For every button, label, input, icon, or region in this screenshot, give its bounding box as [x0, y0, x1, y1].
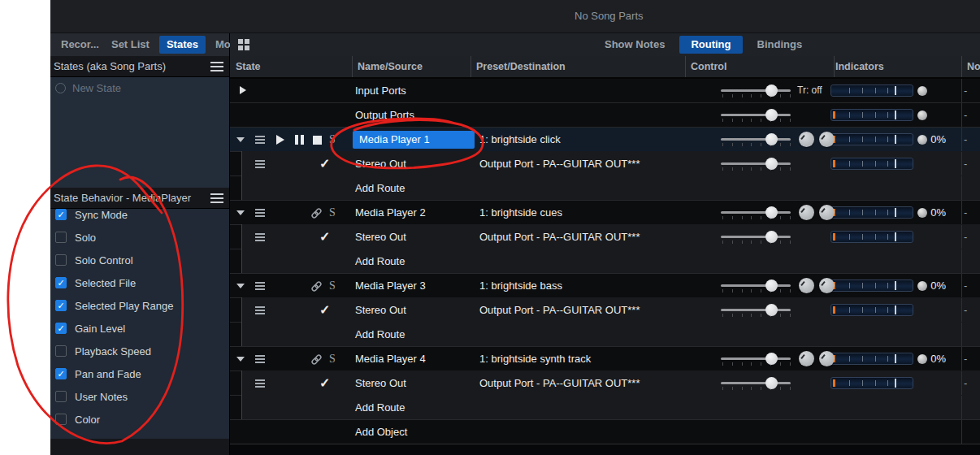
row-name[interactable]: Add Route — [355, 396, 405, 419]
sync-badge-icon[interactable]: S — [329, 201, 336, 224]
radio-icon[interactable] — [55, 83, 66, 93]
route-enabled-check-icon[interactable]: ✓ — [319, 225, 330, 249]
behavior-option-solo-control[interactable]: Solo Control — [55, 252, 133, 268]
link-icon[interactable] — [310, 207, 323, 223]
row-menu-icon[interactable] — [255, 379, 265, 388]
checked-checkbox-icon[interactable]: ✓ — [55, 277, 67, 288]
behavior-option-pan-and-fade[interactable]: ✓Pan and Fade — [55, 366, 141, 382]
level-slider[interactable] — [765, 158, 778, 170]
button-show-notes[interactable]: Show Notes — [602, 36, 667, 54]
sync-badge-icon[interactable]: S — [329, 274, 336, 297]
table-row[interactable]: ✓Stereo OutOutput Port - PA--GUITAR OUT*… — [230, 370, 980, 395]
collapse-arrow-icon[interactable] — [236, 284, 245, 288]
level-slider[interactable] — [765, 84, 778, 97]
tab-recor[interactable]: Recor... — [59, 36, 102, 54]
behavior-option-solo[interactable]: Solo — [55, 229, 96, 245]
collapse-arrow-icon[interactable] — [236, 137, 245, 142]
table-row-media-player[interactable]: SMedia Player 11: brightside click0%- — [230, 127, 980, 151]
tab-setlist[interactable]: Set List — [109, 36, 152, 54]
button-bindings[interactable]: Bindings — [755, 36, 805, 54]
stop-icon[interactable] — [313, 136, 322, 145]
unchecked-checkbox-icon[interactable] — [55, 391, 67, 402]
checked-checkbox-icon[interactable]: ✓ — [55, 300, 67, 311]
route-enabled-check-icon[interactable]: ✓ — [319, 298, 330, 322]
link-icon[interactable] — [310, 353, 323, 369]
level-slider[interactable] — [765, 377, 778, 389]
level-slider[interactable] — [765, 231, 778, 243]
checked-checkbox-icon[interactable]: ✓ — [55, 209, 67, 220]
table-row[interactable]: ✓Stereo OutOutput Port - PA--GUITAR OUT*… — [230, 297, 980, 322]
play-icon[interactable] — [276, 135, 284, 145]
table-row-action[interactable]: Add Route — [230, 249, 980, 273]
route-enabled-check-icon[interactable]: ✓ — [319, 152, 330, 176]
table-row-media-player[interactable]: SMedia Player 41: brightside synth track… — [230, 346, 980, 370]
sidebar: States (aka Song Parts) New State State … — [50, 56, 230, 455]
expand-arrow-icon[interactable] — [240, 86, 246, 94]
row-menu-icon[interactable] — [255, 233, 265, 241]
level-slider[interactable] — [765, 353, 778, 365]
behavior-option-user-notes[interactable]: User Notes — [55, 388, 128, 405]
unchecked-checkbox-icon[interactable] — [55, 254, 67, 266]
pan-knob[interactable] — [799, 278, 814, 293]
panel-menu-icon[interactable] — [210, 193, 223, 203]
table-row[interactable]: ✓Stereo OutOutput Port - PA--GUITAR OUT*… — [230, 224, 980, 249]
selected-name-field[interactable]: Media Player 1 — [353, 131, 475, 149]
row-menu-icon[interactable] — [255, 209, 265, 217]
row-menu-icon[interactable] — [255, 136, 265, 144]
row-name[interactable]: Add Route — [355, 176, 405, 200]
grid-view-icon[interactable] — [238, 39, 250, 50]
behavior-option-color[interactable]: Color — [55, 411, 100, 427]
level-slider[interactable] — [765, 133, 778, 145]
sync-badge-icon[interactable]: S — [329, 128, 336, 151]
tab-states[interactable]: States — [159, 36, 206, 54]
unchecked-checkbox-icon[interactable] — [55, 414, 67, 425]
row-menu-icon[interactable] — [255, 306, 265, 314]
table-row-action[interactable]: Add Route — [230, 322, 980, 346]
behavior-option-sync-mode[interactable]: ✓Sync Mode — [55, 206, 128, 223]
level-slider[interactable] — [765, 206, 778, 219]
table-row[interactable]: Output Ports- — [230, 102, 980, 127]
fade-knob[interactable] — [819, 278, 835, 293]
fade-knob[interactable] — [819, 351, 835, 366]
pause-icon[interactable] — [295, 135, 304, 145]
behavior-option-selected-file[interactable]: ✓Selected File — [55, 275, 136, 291]
row-name[interactable]: Add Route — [355, 249, 405, 273]
row-name[interactable]: Add Object — [355, 420, 407, 444]
checked-checkbox-icon[interactable]: ✓ — [55, 323, 67, 334]
collapse-arrow-icon[interactable] — [236, 210, 245, 215]
pan-knob[interactable] — [799, 205, 814, 220]
checked-checkbox-icon[interactable]: ✓ — [55, 368, 67, 379]
new-state-item[interactable]: New State — [55, 79, 121, 97]
route-enabled-check-icon[interactable]: ✓ — [319, 371, 330, 395]
link-icon[interactable] — [310, 280, 323, 296]
table-row[interactable]: Input PortsTr: off- — [230, 79, 980, 102]
table-row-action[interactable]: Add Object — [230, 419, 980, 444]
fade-knob[interactable] — [819, 205, 835, 220]
panel-menu-icon[interactable] — [210, 62, 223, 72]
table-row-media-player[interactable]: SMedia Player 21: brightside cues0%- — [230, 200, 980, 224]
sync-badge-icon[interactable]: S — [329, 347, 336, 370]
pan-knob[interactable] — [799, 132, 814, 147]
button-routing[interactable]: Routing — [679, 36, 742, 54]
behavior-option-gain-level[interactable]: ✓Gain Level — [55, 320, 125, 336]
meter-tick — [849, 283, 850, 288]
behavior-option-selected-play-range[interactable]: ✓Selected Play Range — [55, 297, 173, 314]
unchecked-checkbox-icon[interactable] — [55, 232, 67, 243]
unchecked-checkbox-icon[interactable] — [55, 345, 67, 357]
meter-tick — [887, 161, 888, 167]
behavior-option-playback-speed[interactable]: Playback Speed — [55, 343, 151, 359]
level-slider[interactable] — [765, 280, 778, 292]
row-menu-icon[interactable] — [255, 160, 265, 168]
row-menu-icon[interactable] — [255, 355, 265, 363]
table-row[interactable]: ✓Stereo OutOutput Port - PA--GUITAR OUT*… — [230, 151, 980, 176]
level-slider[interactable] — [765, 304, 778, 316]
table-row-media-player[interactable]: SMedia Player 31: brightside bass0%- — [230, 273, 980, 297]
pan-knob[interactable] — [799, 351, 814, 366]
collapse-arrow-icon[interactable] — [236, 357, 245, 362]
row-name[interactable]: Add Route — [355, 323, 405, 346]
level-slider[interactable] — [765, 109, 778, 121]
table-row-action[interactable]: Add Route — [230, 395, 980, 419]
table-row-action[interactable]: Add Route — [230, 176, 980, 200]
row-menu-icon[interactable] — [255, 282, 265, 290]
fade-knob[interactable] — [819, 132, 835, 147]
